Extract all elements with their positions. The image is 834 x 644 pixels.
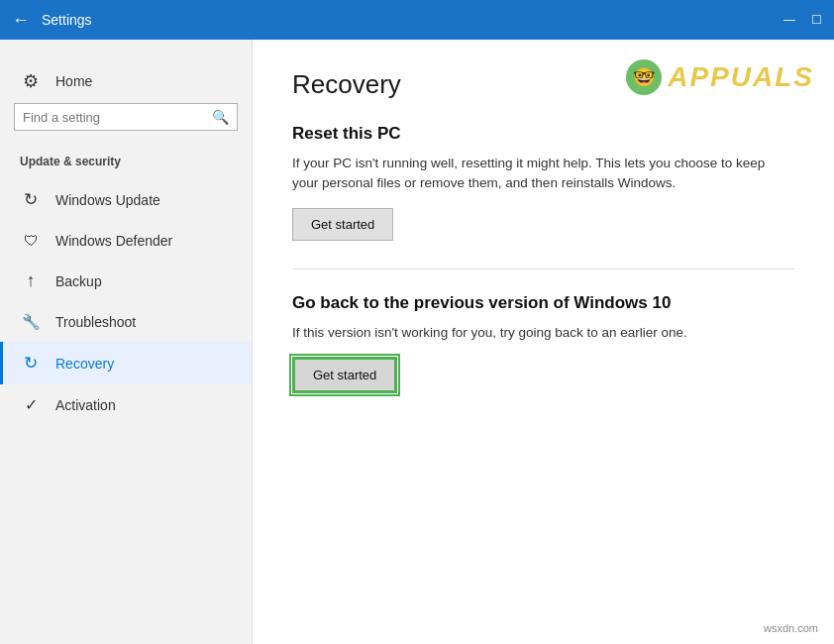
watermark-logo: APPUALS [668,61,814,93]
sidebar-item-troubleshoot[interactable]: 🔧 Troubleshoot [0,302,252,342]
watermark: 🤓 APPUALS [626,59,814,95]
section-divider [292,268,794,269]
title-bar-controls: — ☐ [783,14,822,26]
home-icon: ⚙ [20,70,42,92]
title-bar-left: ← Settings [12,11,92,29]
maximize-button[interactable]: ☐ [811,14,822,26]
sidebar: ⚙ Home 🔍 Update & security ↻ Windows Upd… [0,40,253,644]
back-button[interactable]: ← [12,11,30,29]
sidebar-item-activation[interactable]: ✓ Activation [0,384,252,425]
go-back-get-started-button[interactable]: Get started [292,357,397,393]
sidebar-section-title: Update & security [0,147,252,178]
main-content: 🤓 APPUALS Recovery Reset this PC If your… [253,40,834,644]
sidebar-label-windows-update: Windows Update [55,192,160,208]
windows-update-icon: ↻ [20,189,42,210]
wsxdn-watermark: wsxdn.com [764,622,818,634]
sidebar-item-windows-defender[interactable]: 🛡 Windows Defender [0,221,252,260]
sidebar-label-backup: Backup [55,273,102,289]
sidebar-item-home[interactable]: ⚙ Home [0,59,252,103]
app-body: ⚙ Home 🔍 Update & security ↻ Windows Upd… [0,40,834,644]
title-bar: ← Settings — ☐ [0,0,834,40]
sidebar-item-recovery[interactable]: ↻ Recovery [0,342,252,384]
sidebar-item-windows-update[interactable]: ↻ Windows Update [0,178,252,221]
backup-icon: ↑ [20,270,42,291]
recovery-icon: ↻ [20,353,42,374]
activation-icon: ✓ [20,395,42,414]
go-back-description: If this version isn't working for you, t… [292,323,794,343]
search-box[interactable]: 🔍 [14,103,238,131]
search-icon: 🔍 [212,109,229,125]
go-back-heading: Go back to the previous version of Windo… [292,293,794,313]
windows-defender-icon: 🛡 [20,232,42,249]
reset-pc-get-started-button[interactable]: Get started [292,208,393,241]
reset-pc-heading: Reset this PC [292,124,794,144]
troubleshoot-icon: 🔧 [20,313,42,331]
sidebar-label-home: Home [55,73,92,89]
sidebar-label-activation: Activation [55,397,116,413]
search-input[interactable] [23,110,212,125]
sidebar-label-troubleshoot: Troubleshoot [55,314,136,330]
reset-pc-description: If your PC isn't running well, resetting… [292,154,794,194]
sidebar-label-windows-defender: Windows Defender [55,233,172,249]
minimize-button[interactable]: — [783,14,795,26]
window-title: Settings [42,12,92,28]
sidebar-label-recovery: Recovery [55,356,114,372]
watermark-icon: 🤓 [626,59,662,95]
sidebar-item-backup[interactable]: ↑ Backup [0,260,252,302]
